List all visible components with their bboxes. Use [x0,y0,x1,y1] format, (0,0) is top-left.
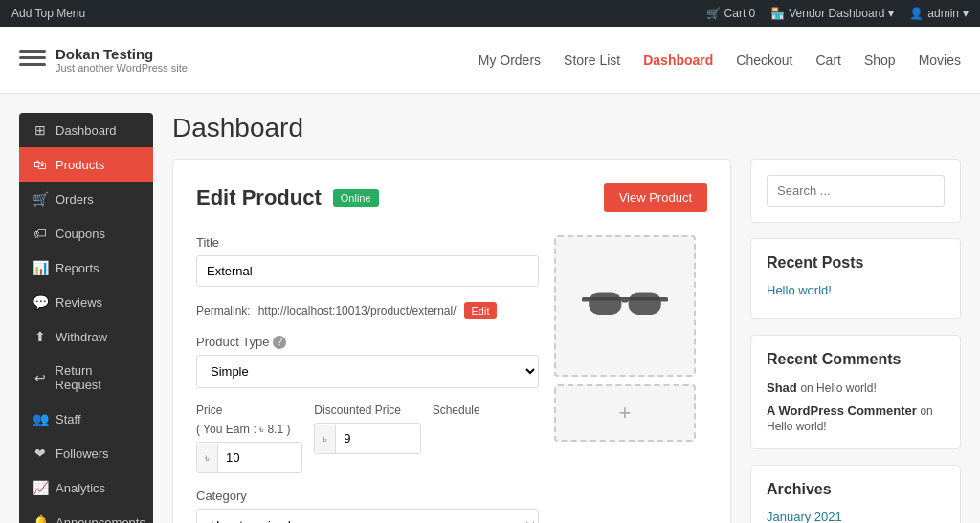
sidebar-item-label: Dashboard [56,123,117,138]
sidebar: ⊞ Dashboard 🛍 Products 🛒 Orders 🏷 Coupon… [19,113,153,523]
category-label: Category [196,489,539,503]
sidebar-item-followers[interactable]: ❤ Followers [19,436,153,470]
search-input[interactable] [767,175,945,207]
title-label: Title [196,235,539,250]
price-currency-symbol: ৳ [197,444,218,472]
sidebar-item-label: Reviews [56,295,102,310]
menu-icon[interactable] [19,50,46,71]
sidebar-item-label: Products [56,158,104,172]
sidebar-item-label: Followers [56,447,109,461]
admin-user-item[interactable]: 👤 admin ▾ [909,7,969,20]
vendor-dashboard-label: Vendor Dashboard [789,7,884,20]
nav-my-orders[interactable]: My Orders [479,53,541,68]
sidebar-item-label: Reports [56,261,100,275]
recent-posts-widget: Recent Posts Hello world! [750,238,961,319]
sidebar-item-return-request[interactable]: ↩ Return Request [19,354,153,402]
price-input-wrap: ৳ [196,442,302,473]
site-header: Dokan Testing Just another WordPress sit… [0,27,980,94]
discounted-price-input-wrap: ৳ [314,423,420,454]
sidebar-item-label: Staff [56,412,81,426]
svg-rect-5 [659,299,668,302]
followers-icon: ❤ [33,446,48,461]
archives-widget: Archives January 2021 [750,465,961,523]
sidebar-item-coupons[interactable]: 🏷 Coupons [19,216,153,251]
recent-post-link-0[interactable]: Hello world! [767,283,945,297]
sidebar-item-reviews[interactable]: 💬 Reviews [19,285,153,319]
recent-comments-widget: Recent Comments Shad on Hello world! A W… [750,335,961,449]
sidebar-item-label: Return Request [56,363,140,392]
sidebar-item-label: Analytics [56,481,105,495]
nav-shop[interactable]: Shop [864,53,896,68]
nav-movies[interactable]: Movies [919,53,961,68]
sidebar-item-label: Coupons [56,227,105,241]
nav-dashboard[interactable]: Dashboard [643,53,713,68]
product-main-image[interactable] [554,235,696,377]
svg-rect-3 [621,299,628,303]
search-widget [750,159,961,223]
permalink-label: Permalink: [196,304,251,317]
reports-icon: 📊 [33,260,48,275]
permalink-row: Permalink: http://localhost:10013/produc… [196,302,539,319]
sidebar-item-dashboard[interactable]: ⊞ Dashboard [19,113,153,147]
right-sidebar: Recent Posts Hello world! Recent Comment… [750,159,961,523]
discounted-price-input[interactable] [336,424,419,453]
page-title: Dashboard [172,113,961,143]
vendor-dashboard-item[interactable]: 🏪 Vendor Dashboard ▾ [770,7,894,20]
form-and-image: Title Permalink: http://localhost:10013/… [196,235,707,523]
category-select[interactable]: Uncategorized [196,509,539,523]
sidebar-item-label: Announcements [56,515,145,524]
sidebar-item-staff[interactable]: 👥 Staff [19,402,153,436]
admin-bar-left: Add Top Menu [11,7,85,20]
svg-rect-4 [582,299,590,302]
price-label: Price [196,403,302,417]
nav-cart[interactable]: Cart [815,53,840,68]
add-image-button[interactable]: + [554,384,696,442]
help-icon: ? [273,336,286,349]
sidebar-item-label: Withdraw [56,330,107,344]
edit-product-header: Edit Product Online View Product [196,183,707,212]
schedule-label: Schedule [433,403,539,417]
recent-comments-title: Recent Comments [767,351,945,368]
add-top-menu-link[interactable]: Add Top Menu [11,7,85,20]
announcements-icon: 🔔 [33,514,48,523]
coupons-icon: 🏷 [33,226,48,241]
withdraw-icon: ⬆ [33,329,48,344]
nav-store-list[interactable]: Store List [564,53,620,68]
admin-label: admin [927,7,959,20]
sidebar-item-orders[interactable]: 🛒 Orders [19,182,153,216]
price-input[interactable] [218,443,301,472]
product-image-panel: + [554,235,707,523]
cart-item[interactable]: 🛒 Cart 0 [706,7,756,20]
discounted-price-label: Discounted Price [314,403,420,417]
admin-bar-right: 🛒 Cart 0 🏪 Vendor Dashboard ▾ 👤 admin ▾ [706,7,969,20]
price-row: Price ( You Earn : ৳ 8.1 ) ৳ Discounted … [196,403,539,473]
product-type-label: Product Type [196,335,269,349]
sidebar-item-announcements[interactable]: 🔔 Announcements [19,505,153,523]
product-type-select[interactable]: Simple Variable External [196,355,539,388]
edit-permalink-button[interactable]: Edit [464,302,498,319]
recent-comment-1: A WordPress Commenter on Hello world! [767,403,945,433]
svg-rect-2 [629,293,661,315]
staff-icon: 👥 [33,411,48,426]
title-input[interactable] [196,255,539,287]
cart-label: Cart 0 [724,7,756,20]
sidebar-item-products[interactable]: 🛍 Products [19,147,153,182]
sidebar-item-analytics[interactable]: 📈 Analytics [19,470,153,505]
sidebar-item-withdraw[interactable]: ⬆ Withdraw [19,319,153,354]
search-input-wrap [767,175,945,207]
schedule-col: Schedule [433,403,539,473]
store-icon: 🏪 [770,7,785,20]
nav-checkout[interactable]: Checkout [736,53,792,68]
sidebar-item-reports[interactable]: 📊 Reports [19,251,153,285]
plus-icon: + [619,401,632,425]
archive-link-0[interactable]: January 2021 [767,510,945,523]
archives-title: Archives [767,481,945,498]
view-product-button[interactable]: View Product [604,183,707,212]
price-earn-label: ( You Earn : ৳ 8.1 ) [196,423,302,436]
comment-text-0: on Hello world! [800,381,876,395]
return-icon: ↩ [33,370,48,385]
dashboard-icon: ⊞ [33,122,48,138]
chevron-down-icon: ▾ [888,7,894,20]
form-fields: Title Permalink: http://localhost:10013/… [196,235,539,523]
site-logo: Dokan Testing Just another WordPress sit… [19,46,188,74]
